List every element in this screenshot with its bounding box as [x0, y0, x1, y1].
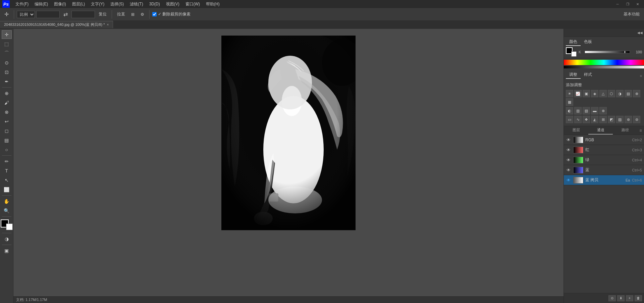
- channel-marquee-btn[interactable]: ⊙: [608, 295, 616, 301]
- cm-icon-btn[interactable]: ⊛: [625, 116, 632, 123]
- curves2-icon-btn[interactable]: ∿: [574, 116, 582, 123]
- channel-delete-btn[interactable]: 🗑: [635, 295, 642, 301]
- photo-filter-icon-btn[interactable]: ▤: [625, 90, 632, 97]
- exposure-icon-btn[interactable]: ▣: [583, 90, 590, 97]
- menu-edit[interactable]: 编辑(E): [32, 1, 51, 8]
- fg-bg-color-picker[interactable]: [1, 219, 13, 230]
- spectrum-bar[interactable]: [564, 60, 644, 65]
- hand-tool[interactable]: ✋: [2, 197, 12, 206]
- gradient-map-icon-btn[interactable]: ▬: [591, 107, 598, 114]
- zoom-tool[interactable]: 🔍: [2, 206, 12, 215]
- height-input[interactable]: [71, 11, 95, 18]
- menu-help[interactable]: 帮助(H): [203, 1, 222, 8]
- k-slider-track[interactable]: [585, 51, 630, 53]
- document-tab[interactable]: 2048331620150915191654080_640.jpg @ 100%…: [0, 21, 113, 28]
- dodge-tool[interactable]: ○: [2, 145, 12, 154]
- bw-bar[interactable]: [564, 66, 644, 68]
- restore-button[interactable]: ❐: [623, 0, 633, 8]
- threshold-icon-btn[interactable]: ▧: [583, 107, 590, 114]
- channel-save-btn[interactable]: ⬇: [617, 295, 625, 301]
- hue-icon-btn[interactable]: △: [599, 90, 607, 97]
- vibrance-icon-btn[interactable]: ◈: [591, 90, 598, 97]
- bg-color-swatch[interactable]: [571, 51, 577, 57]
- channel-mixer-icon-btn[interactable]: ⊕: [633, 90, 640, 97]
- menu-window[interactable]: 窗口(W): [183, 1, 203, 8]
- menu-view[interactable]: 视图(V): [163, 1, 182, 8]
- history-brush-tool[interactable]: ↩: [2, 117, 12, 126]
- straighten-button[interactable]: 拉直: [115, 10, 127, 19]
- bw-icon-btn[interactable]: ◑: [616, 90, 624, 97]
- marquee-tool[interactable]: ⬚: [2, 40, 12, 48]
- brightness-icon-btn[interactable]: ☀: [566, 90, 573, 97]
- cb-icon-btn[interactable]: ⊞: [599, 116, 607, 123]
- channel-row-green[interactable]: 👁 绿 Ctrl+4: [564, 155, 644, 165]
- gradient-tool[interactable]: ▤: [2, 136, 12, 145]
- vibrance2-icon-btn[interactable]: ❖: [583, 116, 590, 123]
- color-fg-bg[interactable]: [566, 47, 577, 57]
- channel-eye-rgb[interactable]: 👁: [566, 137, 571, 143]
- channel-eye-green[interactable]: 👁: [566, 157, 571, 163]
- channel-eye-blue[interactable]: 👁: [566, 167, 571, 173]
- eyedropper-tool[interactable]: ✒: [2, 77, 12, 86]
- settings-button[interactable]: ⚙: [138, 10, 147, 19]
- tab-color[interactable]: 颜色: [566, 38, 581, 46]
- reset-button[interactable]: 复位: [96, 10, 109, 19]
- posterize-icon-btn[interactable]: ▥: [574, 107, 582, 114]
- delete-pixels-checkbox[interactable]: ✓ 删除裁剪的像素: [152, 11, 191, 17]
- lasso-tool[interactable]: ⌒: [2, 49, 12, 58]
- width-input[interactable]: [36, 11, 60, 18]
- grid-button[interactable]: ⊞: [129, 10, 137, 19]
- cl-icon-btn[interactable]: ⊜: [633, 116, 640, 123]
- channel-row-blue-copy[interactable]: 👁 蓝 拷贝 Ea Ctrl+6: [564, 175, 644, 185]
- adj-tab-adjustments[interactable]: 调整: [566, 71, 581, 79]
- channels-panel-menu[interactable]: ≡: [637, 126, 644, 135]
- screen-mode-tool[interactable]: ▣: [2, 246, 12, 255]
- quick-select-tool[interactable]: ⊙: [2, 58, 12, 67]
- adj-panel-menu[interactable]: ≡: [640, 74, 642, 78]
- menu-layer[interactable]: 图层(L): [69, 1, 88, 8]
- ratio-select[interactable]: 比例: [17, 11, 35, 18]
- pen-tool[interactable]: ✏: [2, 157, 12, 166]
- bw2-icon-btn[interactable]: ◩: [608, 116, 615, 123]
- channel-row-blue[interactable]: 👁 蓝 Ctrl+5: [564, 165, 644, 175]
- crop-tool[interactable]: ⊡: [2, 68, 12, 77]
- pf-icon-btn[interactable]: ▨: [616, 116, 624, 123]
- swap-icon[interactable]: ⇄: [61, 10, 70, 19]
- selective-color-icon-btn[interactable]: ⊗: [599, 107, 607, 114]
- menu-file[interactable]: 文件(F): [13, 1, 31, 8]
- menu-3d[interactable]: 3D(D): [147, 1, 163, 7]
- tab-channels[interactable]: 通道: [588, 126, 613, 135]
- healing-brush-tool[interactable]: ⊕: [2, 89, 12, 98]
- minimize-button[interactable]: ─: [612, 0, 623, 8]
- channel-row-rgb[interactable]: 👁 RGB Ctrl+2: [564, 135, 644, 145]
- tab-swatches[interactable]: 色板: [581, 38, 595, 46]
- clone-stamp-tool[interactable]: ⊗: [2, 108, 12, 116]
- channel-eye-blue-copy[interactable]: 👁: [566, 178, 571, 183]
- tab-paths[interactable]: 路径: [613, 126, 637, 135]
- shape-tool[interactable]: ⬜: [2, 185, 12, 194]
- panel-collapse-icon[interactable]: ◀◀: [637, 30, 643, 36]
- menu-filter[interactable]: 滤镜(T): [127, 1, 146, 8]
- move-tool[interactable]: ✛: [2, 30, 12, 39]
- basic-function-button[interactable]: 基本功能: [621, 10, 642, 19]
- channel-new-btn[interactable]: +: [626, 295, 633, 301]
- menu-select[interactable]: 选择(S): [108, 1, 126, 8]
- menu-image[interactable]: 图像(I): [51, 1, 68, 8]
- levels-icon-btn[interactable]: ▭: [566, 116, 573, 123]
- tab-close-button[interactable]: ×: [107, 23, 109, 27]
- channel-eye-red[interactable]: 👁: [566, 147, 571, 153]
- brush-tool[interactable]: 🖌: [2, 98, 12, 107]
- tab-layers[interactable]: 图层: [564, 126, 588, 135]
- invert-icon-btn[interactable]: ◐: [566, 107, 573, 114]
- eraser-tool[interactable]: ◻: [2, 127, 12, 135]
- background-color[interactable]: [6, 223, 13, 230]
- text-tool[interactable]: T: [2, 166, 12, 175]
- path-select-tool[interactable]: ↖: [2, 176, 12, 185]
- adj-tab-styles[interactable]: 样式: [581, 71, 595, 79]
- menu-text[interactable]: 文字(Y): [88, 1, 107, 8]
- channel-row-red[interactable]: 👁 红 Ctrl+3: [564, 145, 644, 155]
- close-button[interactable]: ✕: [633, 0, 643, 8]
- curves-icon-btn[interactable]: 📈: [574, 90, 582, 97]
- hsl-icon-btn[interactable]: ◭: [591, 116, 598, 123]
- color-lookup-icon-btn[interactable]: ▦: [566, 98, 573, 106]
